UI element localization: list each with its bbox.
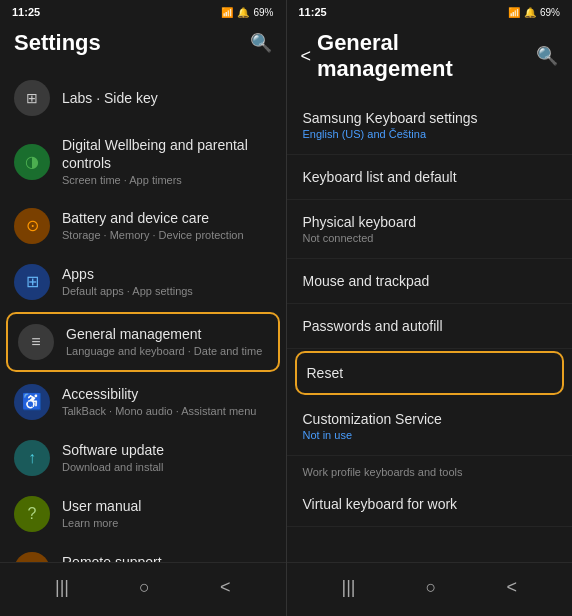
software-icon: ↑ [14, 440, 50, 476]
right-item-passwords[interactable]: Passwords and autofill [287, 304, 573, 349]
virtual-keyboard-title: Virtual keyboard for work [303, 496, 557, 512]
passwords-title: Passwords and autofill [303, 318, 557, 334]
signal-icon-right: 📶 [508, 7, 520, 18]
home-button-right[interactable]: ○ [410, 573, 453, 602]
physical-keyboard-title: Physical keyboard [303, 214, 557, 230]
status-bar-right: 11:25 📶 🔔 69% [287, 0, 573, 22]
customization-subtitle: Not in use [303, 429, 557, 441]
status-icons-right: 📶 🔔 69% [508, 7, 560, 18]
battery-title: Battery and device care [62, 209, 272, 227]
right-panel: 11:25 📶 🔔 69% < General management 🔍 Sam… [287, 0, 573, 616]
back-button-right[interactable]: < [490, 573, 533, 602]
settings-item-general[interactable]: ≡ General management Language and keyboa… [6, 312, 280, 372]
software-subtitle: Download and install [62, 460, 272, 474]
battery-text: Battery and device care Storage · Memory… [62, 209, 272, 242]
settings-item-labs[interactable]: ⊞ Labs · Side key [0, 70, 286, 126]
right-item-samsung-keyboard[interactable]: Samsung Keyboard settings English (US) a… [287, 96, 573, 155]
remote-title: Remote support [62, 553, 272, 562]
reset-title: Reset [307, 365, 553, 381]
software-text: Software update Download and install [62, 441, 272, 474]
customization-title: Customization Service [303, 411, 557, 427]
manual-title: User manual [62, 497, 272, 515]
software-title: Software update [62, 441, 272, 459]
status-icons-left: 📶 🔔 69% [221, 7, 273, 18]
settings-item-accessibility[interactable]: ♿ Accessibility TalkBack · Mono audio · … [0, 374, 286, 430]
right-item-reset[interactable]: Reset [295, 351, 565, 395]
left-panel: 11:25 📶 🔔 69% Settings 🔍 ⊞ Labs · Side k… [0, 0, 286, 616]
signal-icon: 📶 [221, 7, 233, 18]
nav-bar-right: ||| ○ < [287, 562, 573, 616]
samsung-keyboard-subtitle: English (US) and Čeština [303, 128, 557, 140]
settings-item-battery[interactable]: ⊙ Battery and device care Storage · Memo… [0, 198, 286, 254]
time-right: 11:25 [299, 6, 327, 18]
battery-icon: ⊙ [14, 208, 50, 244]
settings-list: ⊞ Labs · Side key ◑ Digital Wellbeing an… [0, 66, 286, 562]
apps-text: Apps Default apps · App settings [62, 265, 272, 298]
notification-icon: 🔔 [237, 7, 249, 18]
settings-item-software[interactable]: ↑ Software update Download and install [0, 430, 286, 486]
remote-icon: ◎ [14, 552, 50, 562]
battery-right: 69% [540, 7, 560, 18]
apps-subtitle: Default apps · App settings [62, 284, 272, 298]
menu-button-left[interactable]: ||| [39, 573, 85, 602]
back-arrow-button[interactable]: < [301, 46, 312, 67]
battery-left: 69% [253, 7, 273, 18]
manual-subtitle: Learn more [62, 516, 272, 530]
general-management-list: Samsung Keyboard settings English (US) a… [287, 92, 573, 562]
labs-title: Labs · Side key [62, 89, 272, 107]
settings-item-manual[interactable]: ? User manual Learn more [0, 486, 286, 542]
right-item-virtual-keyboard[interactable]: Virtual keyboard for work [287, 482, 573, 527]
general-title: General management [66, 325, 268, 343]
accessibility-title: Accessibility [62, 385, 272, 403]
right-item-customization[interactable]: Customization Service Not in use [287, 397, 573, 456]
manual-text: User manual Learn more [62, 497, 272, 530]
right-header: < General management 🔍 [287, 22, 573, 92]
search-button-right[interactable]: 🔍 [536, 45, 558, 67]
right-item-keyboard-list[interactable]: Keyboard list and default [287, 155, 573, 200]
keyboard-list-title: Keyboard list and default [303, 169, 557, 185]
work-profile-section-label: Work profile keyboards and tools [287, 456, 573, 482]
apps-title: Apps [62, 265, 272, 283]
wellbeing-subtitle: Screen time · App timers [62, 173, 272, 187]
accessibility-text: Accessibility TalkBack · Mono audio · As… [62, 385, 272, 418]
left-header: Settings 🔍 [0, 22, 286, 66]
mouse-title: Mouse and trackpad [303, 273, 557, 289]
general-text: General management Language and keyboard… [66, 325, 268, 358]
notification-icon-right: 🔔 [524, 7, 536, 18]
apps-icon: ⊞ [14, 264, 50, 300]
physical-keyboard-subtitle: Not connected [303, 232, 557, 244]
settings-item-apps[interactable]: ⊞ Apps Default apps · App settings [0, 254, 286, 310]
general-subtitle: Language and keyboard · Date and time [66, 344, 268, 358]
status-bar-left: 11:25 📶 🔔 69% [0, 0, 286, 22]
general-management-title: General management [317, 30, 536, 82]
settings-item-wellbeing[interactable]: ◑ Digital Wellbeing and parental control… [0, 126, 286, 198]
right-item-mouse[interactable]: Mouse and trackpad [287, 259, 573, 304]
nav-bar-left: ||| ○ < [0, 562, 286, 616]
back-button-left[interactable]: < [204, 573, 247, 602]
accessibility-subtitle: TalkBack · Mono audio · Assistant menu [62, 404, 272, 418]
accessibility-icon: ♿ [14, 384, 50, 420]
menu-button-right[interactable]: ||| [326, 573, 372, 602]
remote-text: Remote support Remote support [62, 553, 272, 562]
wellbeing-title: Digital Wellbeing and parental controls [62, 136, 272, 172]
settings-item-remote[interactable]: ◎ Remote support Remote support [0, 542, 286, 562]
samsung-keyboard-title: Samsung Keyboard settings [303, 110, 557, 126]
labs-text: Labs · Side key [62, 89, 272, 107]
wellbeing-text: Digital Wellbeing and parental controls … [62, 136, 272, 188]
back-nav: < General management [301, 30, 537, 82]
home-button-left[interactable]: ○ [123, 573, 166, 602]
right-item-physical-keyboard[interactable]: Physical keyboard Not connected [287, 200, 573, 259]
labs-icon: ⊞ [14, 80, 50, 116]
manual-icon: ? [14, 496, 50, 532]
battery-subtitle: Storage · Memory · Device protection [62, 228, 272, 242]
search-button-left[interactable]: 🔍 [250, 32, 272, 54]
time-left: 11:25 [12, 6, 40, 18]
settings-title: Settings [14, 30, 101, 56]
general-icon: ≡ [18, 324, 54, 360]
wellbeing-icon: ◑ [14, 144, 50, 180]
